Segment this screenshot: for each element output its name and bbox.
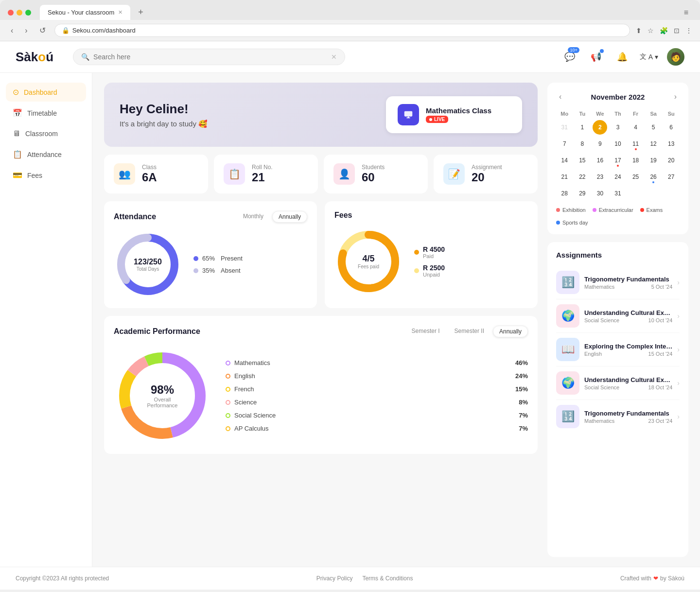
cal-day-29[interactable]: 29 bbox=[575, 186, 590, 201]
live-class-card[interactable]: Mathematics Class LIVE bbox=[386, 96, 522, 133]
assignment-item-1[interactable]: 🔢 Trigonometry Fundamentals Mathematics … bbox=[556, 266, 680, 299]
dashboard-icon: ⊙ bbox=[13, 87, 19, 97]
cal-day-23[interactable]: 23 bbox=[593, 170, 607, 184]
absent-pct: 35% bbox=[202, 267, 215, 274]
stat-value-assignment: 20 bbox=[472, 171, 502, 184]
cal-day-11[interactable]: 11 bbox=[629, 137, 643, 151]
tab-monthly[interactable]: Monthly bbox=[237, 211, 269, 223]
sidebar-item-dashboard[interactable]: ⊙ Dashboard bbox=[6, 83, 86, 102]
cal-day-31[interactable]: 31 bbox=[611, 186, 625, 201]
exams-dot bbox=[640, 208, 644, 212]
assignment-item-3[interactable]: 📖 Exploring the Complex Interplay Englis… bbox=[556, 333, 680, 366]
cal-day-25[interactable]: 25 bbox=[629, 170, 643, 184]
refresh-button[interactable]: ↺ bbox=[36, 25, 49, 36]
performance-header: Academic Performance Semester I Semester… bbox=[114, 326, 528, 337]
cal-day-12[interactable]: 12 bbox=[646, 137, 661, 151]
tab-annually-perf[interactable]: Annually bbox=[493, 326, 528, 337]
cal-day-16[interactable]: 16 bbox=[593, 153, 607, 168]
back-button[interactable]: ‹ bbox=[8, 25, 16, 36]
cal-day-31-prev[interactable]: 31 bbox=[557, 120, 572, 135]
user-avatar[interactable]: 🧑 bbox=[667, 48, 684, 66]
cal-day-17[interactable]: 17 bbox=[611, 153, 625, 168]
assignment-subject-2: Social Science bbox=[584, 317, 619, 323]
assignment-date-3: 15 Oct '24 bbox=[648, 351, 673, 357]
notifications-button[interactable]: 📢 bbox=[587, 48, 605, 66]
rollno-icon: 📋 bbox=[224, 163, 245, 185]
cal-header-su: Su bbox=[663, 109, 680, 119]
cal-day-7[interactable]: 7 bbox=[557, 137, 572, 151]
assignment-info-2: Understanding Cultural Exch... Social Sc… bbox=[584, 309, 672, 323]
tab-annually[interactable]: Annually bbox=[272, 211, 307, 223]
cal-day-22[interactable]: 22 bbox=[575, 170, 590, 184]
assignment-item-5[interactable]: 🔢 Trigonometry Fundamentals Mathematics … bbox=[556, 400, 680, 433]
calendar-next-button[interactable]: › bbox=[671, 91, 680, 102]
forward-button[interactable]: › bbox=[22, 25, 30, 36]
extracurricular-dot bbox=[593, 208, 596, 212]
paid-amount: R 4500 bbox=[423, 245, 445, 253]
close-button[interactable] bbox=[8, 10, 14, 16]
assignment-item-2[interactable]: 🌍 Understanding Cultural Exch... Social … bbox=[556, 299, 680, 333]
legend-absent: 35% Absent bbox=[193, 267, 243, 274]
minimize-button[interactable] bbox=[17, 10, 22, 16]
cal-day-4[interactable]: 4 bbox=[629, 120, 643, 135]
new-tab-button[interactable]: + bbox=[134, 5, 147, 19]
calendar-prev-button[interactable]: ‹ bbox=[556, 91, 564, 102]
cal-day-27[interactable]: 27 bbox=[664, 170, 679, 184]
privacy-policy-link[interactable]: Privacy Policy bbox=[316, 575, 353, 582]
sidebar-item-timetable[interactable]: 📅 Timetable bbox=[6, 104, 86, 122]
cal-day-1[interactable]: 1 bbox=[575, 120, 590, 135]
tab-semester2[interactable]: Semester II bbox=[449, 326, 490, 337]
cal-day-19[interactable]: 19 bbox=[646, 153, 661, 168]
search-clear-icon[interactable]: ✕ bbox=[331, 53, 337, 61]
tab-semester1[interactable]: Semester I bbox=[406, 326, 446, 337]
bell-button[interactable]: 🔔 bbox=[613, 48, 631, 66]
cal-day-24[interactable]: 24 bbox=[611, 170, 625, 184]
language-button[interactable]: 文 A ▾ bbox=[640, 52, 658, 61]
live-badge: LIVE bbox=[426, 116, 448, 123]
logo-text2: ú bbox=[46, 50, 53, 64]
live-class-info: Mathematics Class LIVE bbox=[426, 106, 510, 123]
sidebar-label-classroom: Classroom bbox=[25, 130, 58, 138]
browser-tab[interactable]: Sekou - Your classroom ✕ bbox=[40, 5, 130, 20]
greeting-heading: Hey Celine! bbox=[120, 102, 208, 117]
cal-day-13[interactable]: 13 bbox=[664, 137, 679, 151]
fullscreen-button[interactable] bbox=[25, 10, 31, 16]
url-bar[interactable]: 🔒 Sekou.com/dashboard bbox=[54, 24, 630, 37]
sidebar-item-attendance[interactable]: 📋 Attendance bbox=[6, 145, 86, 164]
cal-day-3[interactable]: 3 bbox=[611, 120, 625, 135]
cal-day-18[interactable]: 18 bbox=[629, 153, 643, 168]
cal-day-10[interactable]: 10 bbox=[611, 137, 625, 151]
sidebar-item-classroom[interactable]: 🖥 Classroom bbox=[6, 124, 86, 143]
cal-day-30[interactable]: 30 bbox=[593, 186, 607, 201]
search-input[interactable] bbox=[93, 53, 327, 61]
logo-text: Sàk bbox=[16, 50, 38, 64]
terms-link[interactable]: Terms & Conditions bbox=[362, 575, 413, 582]
cal-day-28[interactable]: 28 bbox=[557, 186, 572, 201]
cal-day-26[interactable]: 26 bbox=[646, 170, 661, 184]
calendar-grid: Mo Tu We Th Fr Sa Su 31 1 2 3 4 5 bbox=[556, 109, 680, 201]
cal-day-8[interactable]: 8 bbox=[575, 137, 590, 151]
cal-day-9[interactable]: 9 bbox=[593, 137, 607, 151]
stat-card-assignment: 📝 Assignment 20 bbox=[434, 155, 538, 193]
search-bar[interactable]: 🔍 ✕ bbox=[73, 49, 345, 65]
chat-button[interactable]: 💬 10+ bbox=[561, 48, 578, 66]
extensions-icon[interactable]: 🧩 bbox=[660, 27, 668, 35]
cal-day-14[interactable]: 14 bbox=[557, 153, 572, 168]
menu-icon[interactable]: ⋮ bbox=[685, 27, 692, 35]
assignment-item-4[interactable]: 🌍 Understanding Cultural Exch... Social … bbox=[556, 366, 680, 400]
traffic-lights bbox=[8, 10, 31, 16]
more-tabs-icon[interactable]: ≡ bbox=[680, 6, 692, 19]
heart-icon: ❤ bbox=[653, 575, 658, 582]
share-icon[interactable]: ⬆ bbox=[636, 27, 642, 35]
cal-day-20[interactable]: 20 bbox=[664, 153, 679, 168]
cal-day-21[interactable]: 21 bbox=[557, 170, 572, 184]
bookmark-icon[interactable]: ☆ bbox=[648, 27, 654, 35]
cal-day-6[interactable]: 6 bbox=[664, 120, 679, 135]
cal-day-5[interactable]: 5 bbox=[646, 120, 661, 135]
sidebar-item-fees[interactable]: 💳 Fees bbox=[6, 166, 86, 185]
cal-day-15[interactable]: 15 bbox=[575, 153, 590, 168]
tab-close-icon[interactable]: ✕ bbox=[118, 9, 122, 16]
cal-day-2[interactable]: 2 bbox=[593, 120, 607, 135]
fees-card-header: Fees bbox=[334, 211, 528, 220]
split-view-icon[interactable]: ⊡ bbox=[674, 27, 680, 35]
